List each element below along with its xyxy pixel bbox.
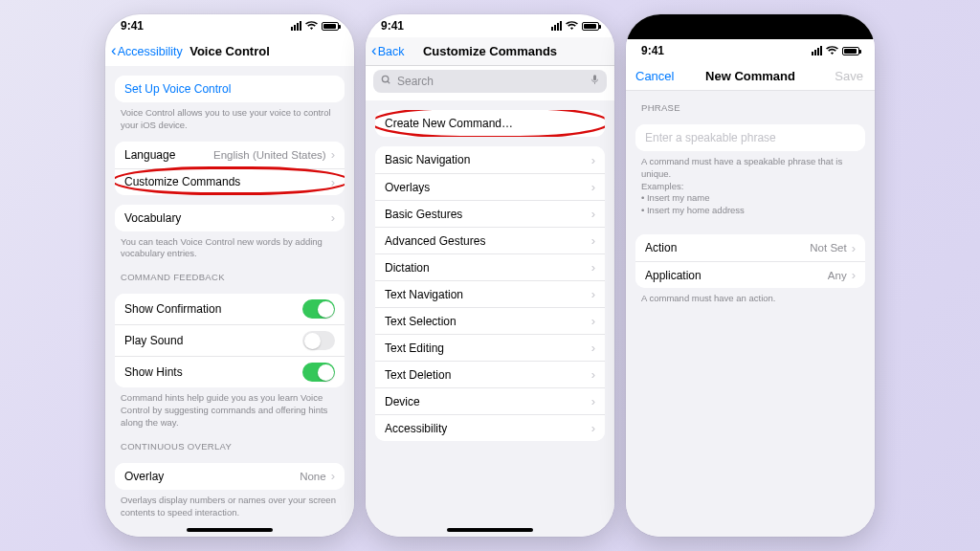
phrase-footer: A command must have a speakable phrase t… <box>626 151 875 217</box>
vocabulary-label: Vocabulary <box>124 211 181 225</box>
nav-bar: Cancel New Command Save <box>626 62 875 91</box>
category-row[interactable]: Dictation› <box>375 253 605 280</box>
action-row[interactable]: Action Not Set › <box>635 234 865 261</box>
show-confirmation-switch[interactable] <box>302 299 335 319</box>
device-frame-top <box>626 14 875 39</box>
setup-label: Set Up Voice Control <box>124 82 231 96</box>
nav-title: New Command <box>705 69 795 83</box>
application-row[interactable]: Application Any › <box>635 261 865 288</box>
svg-rect-2 <box>593 75 596 80</box>
category-label: Advanced Gestures <box>385 234 485 248</box>
group-action: Action Not Set › Application Any › <box>635 234 865 288</box>
back-button[interactable]: ‹ Back <box>371 45 404 58</box>
application-label: Application <box>645 269 702 282</box>
customize-commands-row[interactable]: Customize Commands › <box>115 168 345 195</box>
home-indicator <box>447 528 533 532</box>
category-row[interactable]: Basic Navigation› <box>375 146 605 173</box>
vocabulary-row[interactable]: Vocabulary › <box>115 205 345 231</box>
category-row[interactable]: Text Editing› <box>375 334 605 361</box>
status-bar: 9:41 <box>626 39 875 62</box>
cancel-button[interactable]: Cancel <box>635 69 674 83</box>
phone-customize-commands: 9:41 ‹ Back Customize Commands Search Cr… <box>366 14 614 537</box>
category-row[interactable]: Basic Gestures› <box>375 200 605 227</box>
play-sound-row[interactable]: Play Sound <box>115 324 345 356</box>
nav-title: Customize Commands <box>423 44 557 58</box>
category-label: Overlays <box>385 181 430 194</box>
category-label: Basic Navigation <box>385 153 470 166</box>
nav-title: Voice Control <box>189 44 270 58</box>
setup-voice-control-row[interactable]: Set Up Voice Control <box>115 76 345 102</box>
play-sound-switch[interactable] <box>302 331 335 350</box>
overlay-value: None <box>300 471 326 482</box>
chevron-right-icon: › <box>591 394 595 408</box>
create-new-command-row[interactable]: Create New Command… <box>375 110 605 137</box>
category-row[interactable]: Device› <box>375 387 605 414</box>
wifi-icon <box>566 20 578 32</box>
status-time: 9:41 <box>381 19 404 33</box>
chevron-right-icon: › <box>591 421 595 435</box>
category-row[interactable]: Advanced Gestures› <box>375 227 605 253</box>
category-label: Text Selection <box>385 315 457 328</box>
group-feedback: Show Confirmation Play Sound Show Hints <box>115 294 345 387</box>
group-categories: Basic Navigation›Overlays›Basic Gestures… <box>375 146 605 441</box>
phrase-input[interactable]: Enter a speakable phrase <box>635 124 865 151</box>
show-hints-switch[interactable] <box>302 363 335 382</box>
signal-icon <box>551 21 562 31</box>
chevron-right-icon: › <box>591 367 595 382</box>
overlay-row[interactable]: Overlay None › <box>115 463 345 490</box>
wifi-icon <box>826 45 838 56</box>
category-row[interactable]: Text Navigation› <box>375 280 605 307</box>
battery-icon <box>582 22 599 31</box>
content: Set Up Voice Control Voice Control allow… <box>105 66 354 537</box>
section-overlay: CONTINUOUS OVERLAY <box>105 430 354 453</box>
chevron-right-icon: › <box>852 241 856 255</box>
category-label: Text Deletion <box>385 368 451 382</box>
chevron-right-icon: › <box>591 287 595 301</box>
phone-voice-control: 9:41 ‹ Accessibility Voice Control Set U… <box>105 14 354 537</box>
signal-icon <box>812 46 822 55</box>
play-sound-label: Play Sound <box>124 334 183 347</box>
chevron-right-icon: › <box>331 210 335 225</box>
category-row[interactable]: Text Deletion› <box>375 361 605 387</box>
chevron-right-icon: › <box>591 314 595 328</box>
section-phrase: PHRASE <box>626 91 875 115</box>
hints-footer: Command hints help guide you as you lear… <box>105 387 354 429</box>
application-value: Any <box>828 270 847 281</box>
group-language: Language English (United States) › Custo… <box>115 142 345 195</box>
group-phrase: Enter a speakable phrase <box>635 124 865 151</box>
content: Create New Command… Basic Navigation›Ove… <box>366 100 614 537</box>
nav-bar: ‹ Back Customize Commands <box>366 37 614 66</box>
chevron-right-icon: › <box>591 207 595 221</box>
phrase-placeholder: Enter a speakable phrase <box>645 131 776 144</box>
category-label: Text Editing <box>385 342 444 355</box>
chevron-right-icon: › <box>591 260 595 275</box>
action-footer: A command must have an action. <box>626 288 875 305</box>
back-button[interactable]: ‹ Accessibility <box>111 45 183 58</box>
save-button[interactable]: Save <box>835 69 863 83</box>
overlay-label: Overlay <box>124 470 164 483</box>
chevron-right-icon: › <box>591 180 595 194</box>
nav-bar: ‹ Accessibility Voice Control <box>105 37 354 66</box>
category-label: Device <box>385 395 420 408</box>
customize-label: Customize Commands <box>124 175 240 188</box>
language-row[interactable]: Language English (United States) › <box>115 142 345 168</box>
section-feedback: COMMAND FEEDBACK <box>105 260 354 284</box>
chevron-right-icon: › <box>331 175 335 189</box>
category-row[interactable]: Overlays› <box>375 173 605 200</box>
language-label: Language <box>124 148 175 162</box>
back-label: Back <box>378 45 405 58</box>
setup-footer: Voice Control allows you to use your voi… <box>105 102 354 132</box>
home-indicator <box>187 528 273 532</box>
status-icons <box>551 20 599 32</box>
category-row[interactable]: Accessibility› <box>375 414 605 441</box>
mic-icon[interactable] <box>590 74 599 89</box>
status-time: 9:41 <box>641 44 664 57</box>
battery-icon <box>322 22 339 31</box>
group-setup: Set Up Voice Control <box>115 76 345 102</box>
group-vocabulary: Vocabulary › <box>115 205 345 231</box>
search-input[interactable]: Search <box>373 70 607 93</box>
category-row[interactable]: Text Selection› <box>375 307 605 334</box>
content: PHRASE Enter a speakable phrase A comman… <box>626 91 875 537</box>
show-confirmation-row[interactable]: Show Confirmation <box>115 294 345 324</box>
show-hints-row[interactable]: Show Hints <box>115 356 345 387</box>
